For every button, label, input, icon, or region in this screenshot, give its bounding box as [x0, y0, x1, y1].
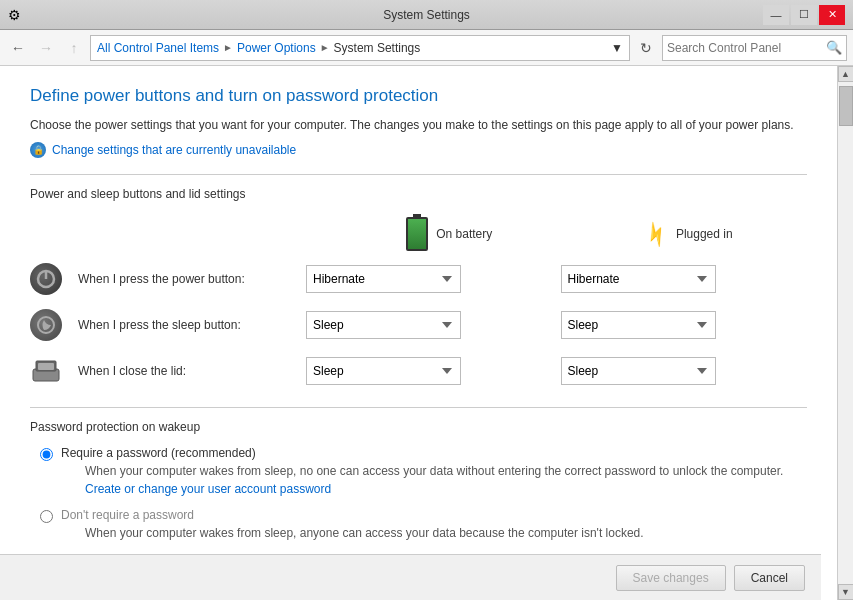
sleep-button-row: When I press the sleep button: Do nothin… [30, 309, 807, 341]
power-settings-grid: On battery ⚡ Plugged in When I press the… [30, 217, 807, 387]
scrollbar: ▲ ▼ [837, 66, 853, 600]
minimize-button[interactable]: — [763, 5, 789, 25]
require-password-radio[interactable] [40, 448, 53, 461]
require-password-content: Require a password (recommended) When yo… [61, 446, 807, 498]
require-password-option: Require a password (recommended) When yo… [30, 446, 807, 498]
grid-header: On battery ⚡ Plugged in [30, 217, 807, 251]
no-password-desc: When your computer wakes from sleep, any… [61, 524, 644, 542]
address-bar: ← → ↑ All Control Panel Items ► Power Op… [0, 30, 853, 66]
breadcrumb-dropdown[interactable]: ▼ [611, 41, 623, 55]
search-icon: 🔍 [826, 40, 842, 55]
search-box: 🔍 [662, 35, 847, 61]
up-button[interactable]: ↑ [62, 36, 86, 60]
plugged-column-header: ⚡ Plugged in [569, 217, 808, 251]
search-input[interactable] [667, 41, 826, 55]
page-description: Choose the power settings that you want … [30, 116, 807, 134]
window-title: System Settings [0, 8, 853, 22]
no-password-label: Don't require a password [61, 508, 644, 522]
bottom-action-bar: Save changes Cancel [0, 554, 821, 600]
shield-icon: 🔒 [30, 142, 46, 158]
plug-icon: ⚡ [638, 217, 673, 252]
content-area: Define power buttons and turn on passwor… [0, 66, 837, 600]
back-button[interactable]: ← [6, 36, 30, 60]
close-button[interactable]: ✕ [819, 5, 845, 25]
breadcrumb: All Control Panel Items ► Power Options … [90, 35, 630, 61]
breadcrumb-root[interactable]: All Control Panel Items [97, 41, 219, 55]
password-section: Password protection on wakeup Require a … [30, 407, 807, 542]
lid-plugged-select[interactable]: Do nothing Sleep Hibernate Shut down Tur… [561, 357, 716, 385]
lid-label: When I close the lid: [78, 364, 298, 378]
window-controls: — ☐ ✕ [763, 5, 845, 25]
lid-svg [31, 359, 61, 383]
sleep-button-plugged-select[interactable]: Do nothing Sleep Hibernate Shut down Tur… [561, 311, 716, 339]
power-button-icon [30, 263, 62, 295]
save-changes-button[interactable]: Save changes [616, 565, 726, 591]
header-empty [70, 217, 330, 251]
lid-battery-select[interactable]: Do nothing Sleep Hibernate Shut down Tur… [306, 357, 461, 385]
plugged-label: Plugged in [676, 227, 733, 241]
scrollbar-down-arrow[interactable]: ▼ [838, 584, 854, 600]
sleep-button-battery-select[interactable]: Do nothing Sleep Hibernate Shut down Tur… [306, 311, 461, 339]
no-password-content: Don't require a password When your compu… [61, 508, 644, 542]
sleep-svg [36, 315, 56, 335]
require-password-desc: When your computer wakes from sleep, no … [61, 462, 807, 498]
no-password-option: Don't require a password When your compu… [30, 508, 807, 542]
breadcrumb-current: System Settings [334, 41, 421, 55]
power-button-label: When I press the power button: [78, 272, 298, 286]
svg-rect-5 [38, 363, 54, 370]
breadcrumb-power[interactable]: Power Options [237, 41, 316, 55]
lid-icon [30, 355, 62, 387]
refresh-button[interactable]: ↻ [634, 36, 658, 60]
cancel-button[interactable]: Cancel [734, 565, 805, 591]
battery-column-header: On battery [330, 217, 569, 251]
scrollbar-thumb[interactable] [839, 86, 853, 126]
breadcrumb-sep-2: ► [320, 42, 330, 53]
main-window: Define power buttons and turn on passwor… [0, 66, 853, 600]
require-password-label: Require a password (recommended) [61, 446, 807, 460]
power-svg [36, 269, 56, 289]
power-button-battery-select[interactable]: Do nothing Sleep Hibernate Shut down Tur… [306, 265, 461, 293]
section1-title: Power and sleep buttons and lid settings [30, 187, 807, 201]
change-password-link[interactable]: Create or change your user account passw… [85, 482, 331, 496]
power-button-plugged-select[interactable]: Do nothing Sleep Hibernate Shut down Tur… [561, 265, 716, 293]
section-divider-1 [30, 174, 807, 175]
sleep-button-icon [30, 309, 62, 341]
no-password-radio[interactable] [40, 510, 53, 523]
breadcrumb-sep-1: ► [223, 42, 233, 53]
change-settings-link[interactable]: 🔒 Change settings that are currently una… [30, 142, 807, 158]
title-bar: ⚙ System Settings — ☐ ✕ [0, 0, 853, 30]
password-section-title: Password protection on wakeup [30, 420, 807, 434]
power-button-row: When I press the power button: Do nothin… [30, 263, 807, 295]
scrollbar-up-arrow[interactable]: ▲ [838, 66, 854, 82]
forward-button[interactable]: → [34, 36, 58, 60]
lid-row: When I close the lid: Do nothing Sleep H… [30, 355, 807, 387]
change-settings-text: Change settings that are currently unava… [52, 143, 296, 157]
app-icon: ⚙ [8, 7, 21, 23]
maximize-button[interactable]: ☐ [791, 5, 817, 25]
sleep-button-label: When I press the sleep button: [78, 318, 298, 332]
battery-label: On battery [436, 227, 492, 241]
battery-icon [406, 217, 428, 251]
page-title: Define power buttons and turn on passwor… [30, 86, 807, 106]
section-divider-2 [30, 407, 807, 408]
